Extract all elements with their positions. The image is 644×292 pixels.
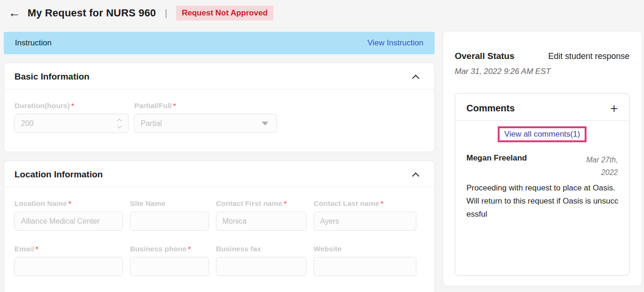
view-instruction-link[interactable]: View Instruction [367, 38, 423, 48]
add-comment-icon[interactable]: + [610, 104, 618, 113]
field-value: Monica [222, 217, 300, 226]
highlight-annotation-box: View all comments(1) [498, 126, 587, 142]
instruction-label: Instruction [15, 38, 51, 48]
contact-last-name-input[interactable]: Ayers [314, 212, 416, 231]
comment-author: Megan Freeland [466, 153, 527, 179]
page-title: My Request for NURS 960 [28, 7, 156, 19]
field-value: 200 [21, 119, 118, 128]
basic-information-card: Basic Information Duration(hours)*200Par… [4, 63, 435, 152]
comment-date: Mar 27th, 2022 [575, 153, 618, 179]
field-value: Partial [141, 119, 262, 128]
field-value: Alliance Medical Center [21, 217, 116, 226]
field-partial-full: Partial/Full*Partial [134, 102, 277, 133]
field-contact-first-name: Contact First name*Monica [216, 199, 307, 231]
section-title: Location Information [14, 169, 103, 180]
field-site-name: Site Name [130, 199, 209, 231]
required-marker: * [72, 102, 74, 110]
field-duration-hours: Duration(hours)*200 [14, 102, 129, 133]
edit-student-response-link[interactable]: Edit student response [548, 51, 630, 61]
page-header: ← My Request for NURS 960 | Request Not … [0, 0, 644, 31]
field-business-fax: Business fax [216, 245, 307, 276]
field-label: Contact First name* [216, 199, 307, 208]
field-business-phone: Business phone* [130, 245, 209, 276]
field-contact-last-name: Contact Last name*Ayers [314, 199, 416, 231]
overall-status-title: Overall Status [455, 51, 515, 61]
section-title: Basic Information [14, 72, 89, 82]
stepper-up-icon[interactable] [117, 118, 122, 123]
basic-information-header[interactable]: Basic Information [4, 63, 434, 89]
partial-full-select[interactable]: Partial [134, 114, 277, 133]
comments-card: Comments + View all comments(1) Megan Fr… [455, 93, 630, 276]
field-label: Business fax [216, 245, 307, 253]
required-marker: * [188, 245, 191, 253]
required-marker: * [68, 199, 71, 207]
business-fax-input[interactable] [216, 257, 307, 276]
back-arrow-icon[interactable]: ← [8, 7, 21, 19]
field-value: Ayers [320, 217, 410, 226]
location-name-input[interactable]: Alliance Medical Center [14, 212, 123, 231]
instruction-banner: Instruction View Instruction [4, 32, 435, 54]
required-marker: * [380, 199, 383, 207]
comments-title: Comments [466, 103, 515, 114]
field-location-name: Location Name*Alliance Medical Center [14, 199, 123, 231]
field-website: Website [314, 245, 416, 276]
form-column: Instruction View Instruction Basic Infor… [4, 31, 435, 292]
basic-fields-grid: Duration(hours)*200Partial/Full*Partial [14, 102, 424, 133]
status-timestamp: Mar 31, 2022 9:26 AM EST [455, 67, 630, 76]
main-layout: Instruction View Instruction Basic Infor… [0, 31, 644, 292]
chevron-up-icon[interactable] [412, 172, 420, 180]
field-label: Business phone* [130, 245, 209, 253]
status-panel: Overall Status Edit student response Mar… [443, 31, 642, 286]
view-all-comments-link[interactable]: View all comments(1) [504, 130, 580, 139]
field-email: Email* [14, 245, 123, 276]
title-separator: | [163, 8, 169, 19]
status-badge: Request Not Approved [176, 6, 273, 21]
required-marker: * [36, 245, 38, 253]
required-marker: * [284, 199, 286, 207]
number-stepper[interactable] [118, 119, 122, 128]
business-phone-input[interactable] [130, 257, 209, 276]
field-label: Duration(hours)* [14, 102, 129, 110]
field-label: Location Name* [14, 199, 123, 208]
chevron-down-icon [262, 122, 268, 125]
location-information-header[interactable]: Location Information [4, 161, 434, 187]
comments-list: Megan FreelandMar 27th, 2022Proceeding w… [466, 153, 618, 221]
location-information-card: Location Information Location Name*Allia… [4, 161, 435, 292]
chevron-up-icon[interactable] [412, 74, 420, 82]
field-label: Site Name [130, 199, 209, 208]
website-input[interactable] [314, 257, 416, 276]
site-name-input[interactable] [130, 212, 209, 231]
field-label: Email* [14, 245, 123, 253]
field-label: Website [314, 245, 416, 253]
contact-first-name-input[interactable]: Monica [216, 212, 307, 231]
stepper-down-icon[interactable] [117, 124, 122, 128]
comment-text: Proceeding with request to place at Oasi… [466, 182, 621, 221]
location-fields-grid: Location Name*Alliance Medical CenterSit… [14, 199, 424, 276]
email-input[interactable] [14, 257, 123, 276]
duration-hours-input[interactable]: 200 [14, 114, 129, 133]
required-marker: * [173, 102, 176, 110]
field-label: Partial/Full* [134, 102, 277, 110]
comment-item: Megan FreelandMar 27th, 2022Proceeding w… [466, 153, 618, 221]
field-label: Contact Last name* [314, 199, 416, 208]
